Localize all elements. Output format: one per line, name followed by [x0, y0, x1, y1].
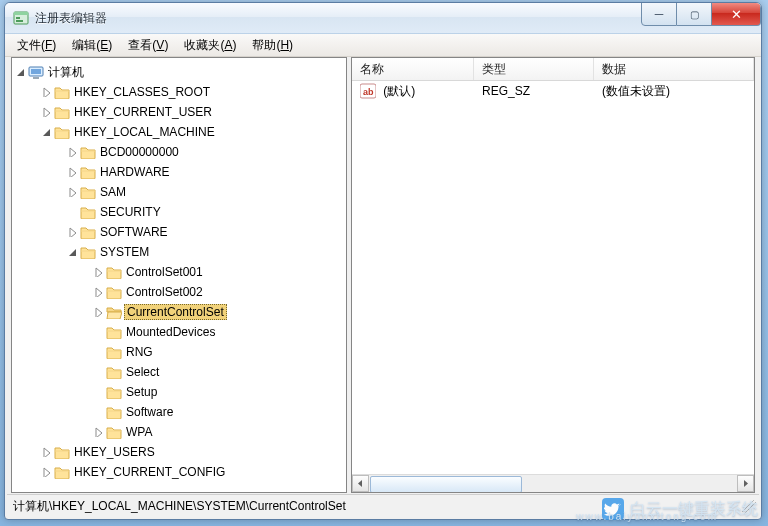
tree-node-hkcc[interactable]: HKEY_CURRENT_CONFIG — [14, 462, 344, 482]
column-header-name[interactable]: 名称 — [352, 58, 474, 80]
tree-label: SOFTWARE — [100, 225, 168, 239]
scroll-left-button[interactable] — [352, 475, 369, 492]
tree-node-rng[interactable]: RNG — [14, 342, 344, 362]
menu-file[interactable]: 文件(F) — [9, 35, 64, 56]
tree-node-bcd[interactable]: BCD00000000 — [14, 142, 344, 162]
tree-node-setup[interactable]: Setup — [14, 382, 344, 402]
tree-node-currentcontrolset[interactable]: CurrentControlSet — [14, 302, 344, 322]
resize-grip-icon[interactable] — [742, 500, 756, 514]
string-value-icon — [360, 83, 376, 99]
horizontal-scrollbar[interactable] — [352, 474, 754, 492]
column-header-type[interactable]: 类型 — [474, 58, 594, 80]
folder-icon — [106, 385, 122, 399]
tree-node-software[interactable]: SOFTWARE — [14, 222, 344, 242]
tree-node-select[interactable]: Select — [14, 362, 344, 382]
expander-closed-icon[interactable] — [40, 466, 52, 478]
tree-node-system-software[interactable]: Software — [14, 402, 344, 422]
folder-icon — [80, 165, 96, 179]
tree-node-hardware[interactable]: HARDWARE — [14, 162, 344, 182]
expander-closed-icon[interactable] — [92, 286, 104, 298]
tree-label: ControlSet001 — [126, 265, 203, 279]
expander-closed-icon[interactable] — [66, 146, 78, 158]
window-controls: ─ ▢ ✕ — [641, 3, 761, 26]
expander-closed-icon[interactable] — [66, 166, 78, 178]
menu-edit[interactable]: 编辑(E) — [64, 35, 120, 56]
tree-node-cs001[interactable]: ControlSet001 — [14, 262, 344, 282]
expander-open-icon[interactable] — [14, 66, 26, 78]
expander-closed-icon[interactable] — [40, 446, 52, 458]
value-type: REG_SZ — [474, 84, 594, 98]
list-header: 名称 类型 数据 — [352, 58, 754, 81]
tree-label: ControlSet002 — [126, 285, 203, 299]
folder-icon — [54, 125, 70, 139]
expander-closed-icon[interactable] — [66, 186, 78, 198]
tree-label: HARDWARE — [100, 165, 170, 179]
tree-node-mounteddevices[interactable]: MountedDevices — [14, 322, 344, 342]
menu-favorites[interactable]: 收藏夹(A) — [176, 35, 244, 56]
close-button[interactable]: ✕ — [712, 2, 761, 26]
client-area: 计算机 HKEY_CLASSES_ROOT HKEY_CURRENT_USER — [11, 57, 755, 493]
folder-icon — [80, 145, 96, 159]
tree-node-security[interactable]: SECURITY — [14, 202, 344, 222]
scroll-thumb[interactable] — [370, 476, 522, 493]
tree-label: Setup — [126, 385, 157, 399]
expander-open-icon[interactable] — [40, 126, 52, 138]
registry-editor-window: 注册表编辑器 ─ ▢ ✕ 文件(F) 编辑(E) 查看(V) 收藏夹(A) 帮助… — [4, 2, 762, 520]
expander-open-icon[interactable] — [66, 246, 78, 258]
status-bar: 计算机\HKEY_LOCAL_MACHINE\SYSTEM\CurrentCon… — [7, 494, 759, 517]
tree-label: SYSTEM — [100, 245, 149, 259]
column-header-data[interactable]: 数据 — [594, 58, 754, 80]
tree-label: HKEY_USERS — [74, 445, 155, 459]
tree-label: MountedDevices — [126, 325, 215, 339]
menu-view[interactable]: 查看(V) — [120, 35, 176, 56]
tree-node-sam[interactable]: SAM — [14, 182, 344, 202]
folder-icon — [54, 85, 70, 99]
tree-label: SAM — [100, 185, 126, 199]
values-list-panel[interactable]: 名称 类型 数据 (默认) REG_SZ (数值未设置) — [351, 57, 755, 493]
tree-node-system[interactable]: SYSTEM — [14, 242, 344, 262]
value-name: (默认) — [383, 84, 415, 98]
tree-label-selected: CurrentControlSet — [124, 304, 227, 320]
scroll-right-button[interactable] — [737, 475, 754, 492]
folder-icon — [80, 185, 96, 199]
expander-closed-icon[interactable] — [92, 426, 104, 438]
tree-label: SECURITY — [100, 205, 161, 219]
tree-node-wpa[interactable]: WPA — [14, 422, 344, 442]
folder-icon — [106, 365, 122, 379]
folder-icon — [54, 445, 70, 459]
tree-node-hkcr[interactable]: HKEY_CLASSES_ROOT — [14, 82, 344, 102]
app-icon — [13, 10, 29, 26]
folder-icon — [80, 225, 96, 239]
registry-tree-panel[interactable]: 计算机 HKEY_CLASSES_ROOT HKEY_CURRENT_USER — [11, 57, 347, 493]
tree-label: 计算机 — [48, 64, 84, 81]
expander-closed-icon[interactable] — [92, 266, 104, 278]
tree-label: RNG — [126, 345, 153, 359]
tree-node-hku[interactable]: HKEY_USERS — [14, 442, 344, 462]
status-path: 计算机\HKEY_LOCAL_MACHINE\SYSTEM\CurrentCon… — [13, 498, 346, 515]
folder-icon — [106, 425, 122, 439]
tree-node-hkcu[interactable]: HKEY_CURRENT_USER — [14, 102, 344, 122]
list-row[interactable]: (默认) REG_SZ (数值未设置) — [352, 81, 754, 101]
tree-label: HKEY_CURRENT_CONFIG — [74, 465, 225, 479]
expander-closed-icon[interactable] — [40, 106, 52, 118]
expander-closed-icon[interactable] — [92, 306, 104, 318]
tree-node-cs002[interactable]: ControlSet002 — [14, 282, 344, 302]
folder-icon — [80, 245, 96, 259]
expander-closed-icon[interactable] — [66, 226, 78, 238]
tree-label: BCD00000000 — [100, 145, 179, 159]
folder-open-icon — [106, 305, 122, 319]
folder-icon — [80, 205, 96, 219]
maximize-button[interactable]: ▢ — [677, 2, 712, 26]
titlebar[interactable]: 注册表编辑器 ─ ▢ ✕ — [5, 3, 761, 34]
folder-icon — [106, 345, 122, 359]
expander-closed-icon[interactable] — [40, 86, 52, 98]
folder-icon — [106, 325, 122, 339]
menu-help[interactable]: 帮助(H) — [244, 35, 301, 56]
scroll-track[interactable] — [369, 475, 737, 492]
folder-icon — [54, 105, 70, 119]
tree-label: HKEY_LOCAL_MACHINE — [74, 125, 215, 139]
minimize-button[interactable]: ─ — [641, 2, 677, 26]
tree-node-hklm[interactable]: HKEY_LOCAL_MACHINE — [14, 122, 344, 142]
computer-icon — [28, 65, 44, 79]
tree-node-computer[interactable]: 计算机 — [14, 62, 344, 82]
